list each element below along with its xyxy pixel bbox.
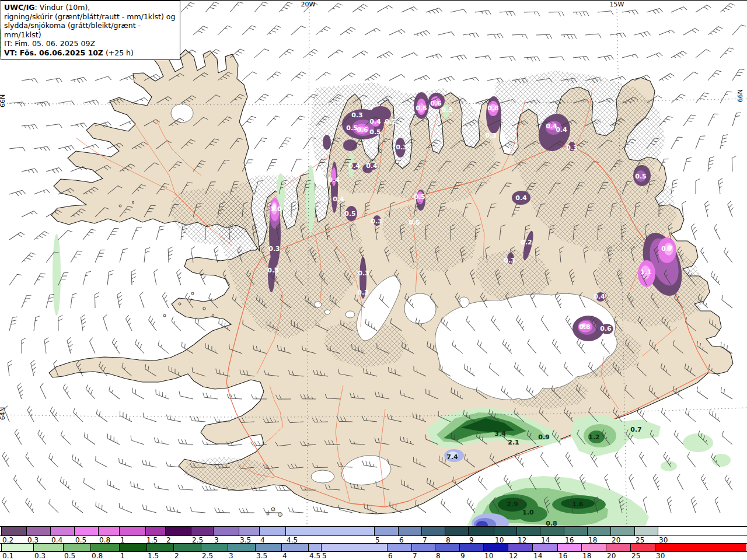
legend-tick-label: 30 xyxy=(656,552,665,560)
legend-cell xyxy=(63,544,90,551)
precip-value-label-snow: 0.3 xyxy=(357,289,369,296)
legend-cell xyxy=(33,544,63,551)
legend-cell xyxy=(119,544,146,551)
legend-cell xyxy=(255,544,281,551)
legend-cell xyxy=(387,544,411,551)
legend-cell xyxy=(228,544,255,551)
legend-cell xyxy=(50,527,74,536)
legend-cell xyxy=(1,544,33,551)
precip-value-label-snow: 0.6 xyxy=(430,100,442,107)
legend-cell xyxy=(74,527,98,536)
legend-tick-label: 0.1 xyxy=(2,552,13,560)
legend-cell xyxy=(201,544,228,551)
latitude-label: 66N xyxy=(0,94,6,107)
legend-cell xyxy=(655,544,746,551)
legend-tick-label: 2.5 xyxy=(202,552,213,560)
precip-value-label-snow: 0.3 xyxy=(358,270,369,277)
legend-cell xyxy=(119,527,145,536)
title-line-3: slydda/snjókoma (grátt/bleikt/grænt - mm… xyxy=(4,21,177,39)
title-line-2: rigning/skúrir (grænt/blátt/rautt - mm/1… xyxy=(4,12,177,22)
precip-value-label-snow: 0.4 xyxy=(328,176,340,184)
legend-cell xyxy=(606,544,630,551)
legend-tick-label: 14 xyxy=(533,552,542,560)
precip-value-label-snow: 0.8 xyxy=(579,323,591,331)
precip-value-label-snow: 1.0 xyxy=(270,205,282,213)
legend-cell xyxy=(634,527,658,536)
legend-cell xyxy=(564,527,587,536)
precip-value-label-snow: 1.1 xyxy=(640,268,652,276)
legend-cell xyxy=(191,527,213,536)
precip-value-label-snow: 0.4 xyxy=(594,293,605,300)
legend-cell xyxy=(173,544,201,551)
legend-tick-label: 4.5 xyxy=(309,552,320,560)
legend-tick-label: 3 xyxy=(229,552,233,560)
legend-tick-label: 18 xyxy=(582,552,591,560)
legend-rain-bar xyxy=(0,543,747,552)
precip-value-label-snow: 0.7 xyxy=(661,245,673,253)
precip-value-label-rain: 0.9 xyxy=(538,433,550,441)
precip-value-label-snow: 0.5 xyxy=(409,219,420,226)
precip-value-label-rain: 0.7 xyxy=(630,426,642,433)
precip-value-label-snow: 0.4 xyxy=(366,162,378,170)
legend-cell xyxy=(281,544,308,551)
title-box: UWC/IG: Vindur (10m), rigning/skúrir (gr… xyxy=(1,1,180,60)
precip-value-label-rain: 1.6 xyxy=(572,501,584,508)
title-line-4: IT: Fim. 05. 06. 2025 09Z xyxy=(4,39,177,48)
legend-cell xyxy=(483,544,508,551)
precip-value-label-snow: 0.3 xyxy=(485,132,497,139)
legend-cell xyxy=(630,544,655,551)
precip-value-label-snow: 0.5 xyxy=(344,210,356,218)
longitude-label: 20W xyxy=(301,1,316,8)
precip-value-label-snow: 0.3 xyxy=(268,245,280,253)
precip-value-label-snow: 0.5 xyxy=(346,124,358,132)
legend-cell xyxy=(610,527,634,536)
legend-tick-label: 3.5 xyxy=(256,552,267,560)
legend-cell xyxy=(98,527,119,536)
legend-cell xyxy=(540,527,564,536)
precip-value-label-snow: 0.4 xyxy=(556,126,567,134)
legend-cell xyxy=(516,527,540,536)
legend-tick-label: 10 xyxy=(484,552,493,560)
legend-tick-label: 4 xyxy=(282,552,287,560)
precip-value-label-snow: 0.3 xyxy=(351,111,363,119)
precip-value-label-snow: 0.2 xyxy=(521,239,532,246)
precip-value-label-snow: 0.2 xyxy=(385,118,396,125)
precip-value-label-snow: 0.3 xyxy=(267,267,279,274)
legend-tick-label: 1 xyxy=(120,552,125,560)
legend-snow-bar xyxy=(0,526,747,536)
longitude-label: 15W xyxy=(610,1,624,8)
precip-value-label-snow: 0.3 xyxy=(371,218,382,225)
legend-cell xyxy=(557,544,581,551)
legend-cell xyxy=(421,527,445,536)
latitude-label: 66N xyxy=(736,89,744,102)
legend-cell xyxy=(581,544,606,551)
legend-tick-label: 12 xyxy=(509,552,518,560)
precip-value-label-snow: 0.3 xyxy=(566,144,578,152)
precip-value-label-snow: 0.4 xyxy=(348,162,360,170)
weather-chart-page: 20W15W66N64N66N 0.30.40.20.50.60.50.40.3… xyxy=(0,0,747,560)
legend-cell xyxy=(285,527,374,536)
precip-value-label-rain: 2.9 xyxy=(507,501,518,508)
legend-cell xyxy=(532,544,557,551)
legend-cell xyxy=(411,544,435,551)
legend-cell xyxy=(459,544,483,551)
legend-tick-label: 6 xyxy=(388,552,393,560)
legend-cell xyxy=(259,527,285,536)
precip-value-label-snow: 0.4 xyxy=(369,118,381,125)
precip-value-label-rain: 3.4 xyxy=(494,430,506,438)
legend-cell xyxy=(374,527,398,536)
precip-value-label-rain: 2.1 xyxy=(508,439,519,446)
precip-value-label-rain: 0.8 xyxy=(546,520,557,526)
precip-value-label-snow: 0.6 xyxy=(600,325,612,332)
precip-value-label-rain: 1.2 xyxy=(588,433,600,441)
precip-value-label-rain: 7.4 xyxy=(446,453,458,461)
legend-cell xyxy=(146,544,173,551)
legend-rain-labels: 0.10.30.50.811.522.533.544.5567891012141… xyxy=(0,552,747,559)
legend-tick-label: 9 xyxy=(460,552,465,560)
legend-cell xyxy=(398,527,421,536)
legend-cell xyxy=(308,544,321,551)
title-line-1: UWC/IG: Vindur (10m), xyxy=(4,3,177,12)
legend-tick-label: 5 xyxy=(322,552,327,560)
precip-value-label-snow: 0.4 xyxy=(515,194,527,202)
legend-tick-label: 0.5 xyxy=(64,552,75,560)
